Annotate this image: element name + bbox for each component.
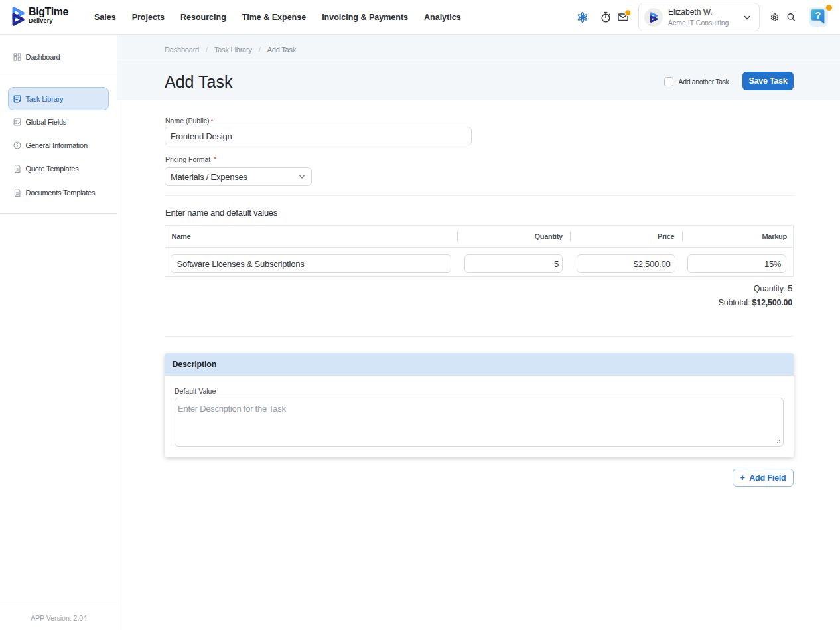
svg-text:?: ? bbox=[815, 10, 821, 21]
svg-text:$: $ bbox=[16, 167, 19, 171]
